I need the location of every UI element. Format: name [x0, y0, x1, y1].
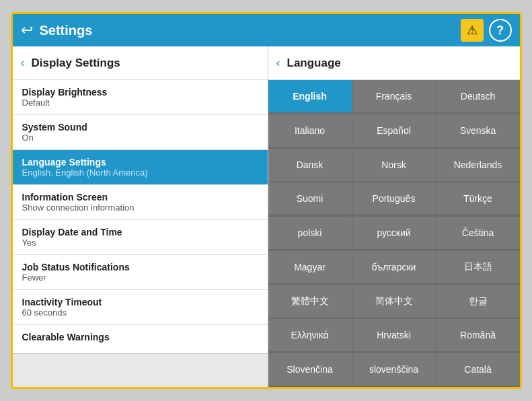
lang-cell-deutsch[interactable]: Deutsch — [436, 80, 520, 112]
menu-item-system-sound[interactable]: System SoundOn — [13, 115, 268, 150]
lang-cell-trad-chinese[interactable]: 繁體中文 — [268, 285, 352, 318]
menu-item-sub: On — [22, 133, 258, 143]
left-panel-title: Display Settings — [32, 57, 120, 70]
lang-cell-francais[interactable]: Français — [352, 80, 436, 112]
menu-item-title: Display Date and Time — [22, 227, 258, 238]
window-title: Settings — [40, 23, 461, 38]
title-bar: ↩ Settings ⚠ ? — [13, 14, 520, 46]
right-panel: ‹ Language EnglishFrançaisDeutschItalian… — [268, 46, 520, 387]
menu-item-inactivity-timeout[interactable]: Inactivity Timeout60 seconds — [13, 290, 268, 325]
lang-cell-espanol[interactable]: Español — [352, 114, 436, 147]
menu-item-sub: English, English (North America) — [22, 168, 258, 178]
menu-item-title: Clearable Warnings — [22, 332, 258, 342]
lang-cell-simp-chinese[interactable]: 简体中文 — [352, 285, 436, 318]
lang-cell-portugues[interactable]: Português — [352, 182, 436, 215]
menu-item-title: System Sound — [22, 122, 258, 133]
left-panel: ‹ Display Settings Display BrightnessDef… — [13, 46, 268, 387]
menu-item-sub: Fewer — [22, 272, 258, 283]
lang-cell-turkce[interactable]: Türkçe — [436, 182, 520, 215]
lang-cell-cestina[interactable]: Čeština — [436, 217, 520, 249]
menu-item-title: Inactivity Timeout — [22, 297, 258, 307]
menu-item-display-brightness[interactable]: Display BrightnessDefault — [13, 80, 268, 115]
lang-cell-korean[interactable]: 한글 — [436, 285, 520, 318]
menu-item-sub: Default — [22, 98, 258, 108]
lang-cell-italiano[interactable]: Italiano — [268, 114, 352, 147]
menu-item-display-date-time[interactable]: Display Date and TimeYes — [13, 220, 268, 255]
lang-cell-magyar[interactable]: Magyar — [268, 251, 352, 283]
right-back-button[interactable]: ‹ — [276, 56, 280, 70]
left-back-button[interactable]: ‹ — [21, 56, 25, 70]
lang-cell-slovencina[interactable]: Slovenčina — [268, 353, 352, 386]
right-panel-title: Language — [287, 57, 341, 70]
lang-cell-nederlands[interactable]: Nederlands — [436, 149, 520, 181]
language-grid: EnglishFrançaisDeutschItalianoEspañolSve… — [268, 80, 520, 387]
right-panel-header: ‹ Language — [268, 46, 520, 80]
lang-cell-norsk[interactable]: Norsk — [352, 149, 436, 181]
lang-cell-russian[interactable]: русский — [352, 217, 436, 249]
lang-cell-suomi[interactable]: Suomi — [268, 182, 352, 215]
menu-item-title: Display Brightness — [22, 87, 258, 98]
back-button[interactable]: ↩ — [21, 22, 33, 39]
menu-item-job-status-notifications[interactable]: Job Status NotificationsFewer — [13, 255, 268, 290]
lang-cell-slovenscina[interactable]: slovenščina — [352, 353, 436, 386]
lang-cell-bulgarian[interactable]: български — [352, 251, 436, 283]
lang-cell-romana[interactable]: Română — [436, 319, 520, 351]
menu-item-information-screen[interactable]: Information ScreenShow connection inform… — [13, 185, 268, 220]
menu-item-title: Language Settings — [22, 157, 258, 168]
menu-item-clearable-warnings[interactable]: Clearable Warnings — [13, 325, 268, 349]
menu-item-sub: Yes — [22, 238, 258, 248]
menu-list: Display BrightnessDefaultSystem SoundOnL… — [13, 80, 268, 353]
content-area: ‹ Display Settings Display BrightnessDef… — [13, 46, 520, 387]
lang-cell-dansk[interactable]: Dansk — [268, 149, 352, 181]
menu-item-language-settings[interactable]: Language SettingsEnglish, English (North… — [13, 150, 268, 185]
left-footer — [13, 353, 268, 387]
lang-cell-catala[interactable]: Català — [436, 353, 520, 386]
lang-cell-english[interactable]: English — [268, 80, 352, 112]
lang-cell-hrvatski[interactable]: Hrvatski — [352, 319, 436, 351]
warning-icon[interactable]: ⚠ — [461, 19, 484, 42]
menu-item-title: Information Screen — [22, 192, 258, 203]
lang-cell-polski[interactable]: polski — [268, 217, 352, 249]
lang-cell-japanese[interactable]: 日本語 — [436, 251, 520, 283]
menu-item-title: Job Status Notifications — [22, 262, 258, 272]
settings-window: ↩ Settings ⚠ ? ‹ Display Settings Displa… — [11, 12, 522, 389]
menu-item-sub: Show connection information — [22, 203, 258, 213]
menu-item-sub: 60 seconds — [22, 307, 258, 318]
lang-cell-greek[interactable]: Ελληνικά — [268, 319, 352, 351]
help-icon[interactable]: ? — [489, 19, 512, 42]
left-panel-header: ‹ Display Settings — [13, 46, 268, 80]
lang-cell-svenska[interactable]: Svenska — [436, 114, 520, 147]
